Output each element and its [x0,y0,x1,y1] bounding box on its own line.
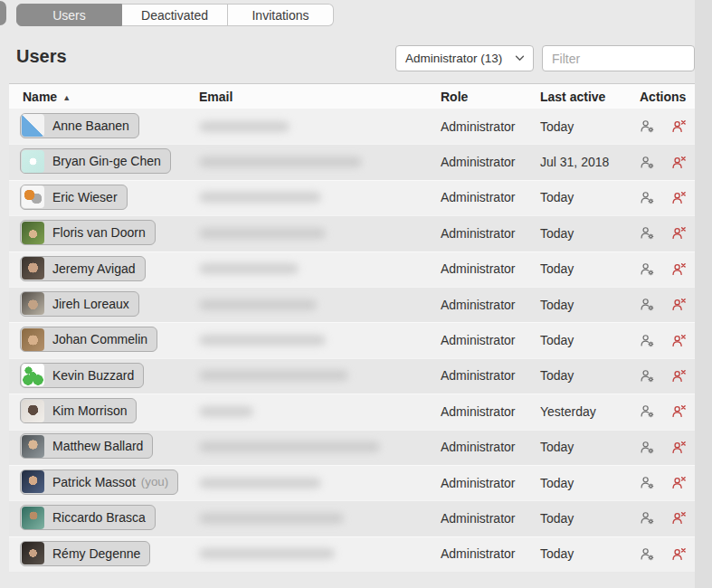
user-x-icon[interactable] [671,333,687,348]
user-gear-icon[interactable] [640,297,655,312]
actions-cell [630,440,695,455]
user-chip[interactable]: Eric Wieser [20,185,128,210]
user-name: Rémy Degenne [52,546,149,561]
email-redacted [199,335,326,346]
email-redacted [199,263,299,274]
name-cell: Kevin Buzzard [9,363,197,390]
name-cell: Patrick Massot (you) [9,469,197,497]
last-active-cell: Yesterday [531,404,630,419]
user-gear-icon[interactable] [640,261,655,277]
user-gear-icon[interactable] [640,155,655,170]
email-redacted [199,156,362,167]
actions-cell [630,510,695,526]
user-x-icon[interactable] [671,368,687,384]
user-chip[interactable]: Kevin Buzzard [20,363,144,388]
user-chip[interactable]: Matthew Ballard [20,433,153,459]
role-filter-dropdown[interactable]: Administrator (13) [395,45,534,71]
actions-cell [630,190,695,205]
user-gear-icon[interactable] [640,225,655,241]
user-name: Jeremy Avigad [52,261,145,276]
table-body: Anne Baanen Administrator Today [9,109,695,572]
user-chip[interactable]: Anne Baanen [20,113,139,138]
email-cell [197,263,432,274]
user-chip[interactable]: Floris van Doorn [20,220,156,245]
user-x-icon[interactable] [671,403,687,419]
table-row: Patrick Massot (you) Administrator Today [9,465,695,500]
tab-invitations[interactable]: Invitations [228,4,334,26]
tab-deactivated[interactable]: Deactivated [122,4,228,26]
user-x-icon[interactable] [671,297,687,312]
email-redacted [199,513,344,524]
role-filter-selected: Administrator (13) [405,52,502,65]
filter-input[interactable] [542,45,695,71]
user-chip[interactable]: Rémy Degenne [20,541,150,566]
user-x-icon[interactable] [671,155,687,170]
column-header-role[interactable]: Role [432,90,531,104]
user-x-icon[interactable] [671,225,687,241]
table-header-row: Name▲ Email Role Last active Actions [9,83,695,109]
name-cell: Jireh Loreaux [9,291,197,318]
user-chip[interactable]: Johan Commelin [20,327,157,352]
user-gear-icon[interactable] [640,510,655,526]
role-cell: Administrator [432,190,531,204]
user-x-icon[interactable] [671,261,687,277]
user-chip[interactable]: Riccardo Brasca [20,505,156,530]
email-cell [197,513,432,524]
user-chip[interactable]: Bryan Gin-ge Chen [20,148,171,174]
email-cell [197,121,432,132]
email-redacted [199,478,321,488]
column-header-email[interactable]: Email [197,90,432,104]
role-cell: Administrator [432,261,531,276]
actions-cell [630,475,695,490]
table-row: Kim Morrison Administrator Yesterday [9,394,695,429]
last-active-cell: Today [531,368,630,383]
user-x-icon[interactable] [671,190,687,205]
tab-switcher: Users Deactivated Invitations [16,4,334,26]
you-label: (you) [141,475,168,488]
user-chip[interactable]: Jireh Loreaux [20,291,139,317]
user-chip[interactable]: Jeremy Avigad [20,256,146,281]
user-gear-icon[interactable] [640,403,655,419]
column-header-last-active[interactable]: Last active [531,90,630,104]
actions-cell [630,333,695,348]
user-gear-icon[interactable] [640,475,655,490]
email-redacted [199,406,253,417]
table-row: Eric Wieser Administrator Today [9,180,695,215]
user-x-icon[interactable] [671,475,687,490]
user-chip[interactable]: Patrick Massot (you) [20,469,178,495]
email-redacted [199,192,321,203]
user-chip[interactable]: Kim Morrison [20,398,137,423]
user-x-icon[interactable] [671,119,687,134]
actions-cell [630,261,695,277]
user-name: Kevin Buzzard [52,368,143,383]
user-gear-icon[interactable] [640,333,655,348]
actions-cell [630,403,695,419]
avatar [22,470,44,493]
user-gear-icon[interactable] [640,546,655,562]
user-gear-icon[interactable] [640,440,655,455]
name-cell: Anne Baanen [9,113,197,140]
table-row: Matthew Ballard Administrator Today [9,430,695,465]
actions-cell [630,297,695,312]
user-x-icon[interactable] [671,546,687,562]
name-cell: Floris van Doorn [9,220,197,247]
sidebar-edge-fragment [0,1,6,25]
avatar [22,114,44,137]
tab-users[interactable]: Users [16,4,122,26]
email-cell [197,406,432,417]
last-active-cell: Today [531,511,630,526]
name-cell: Rémy Degenne [9,541,197,568]
role-cell: Administrator [432,511,531,526]
user-gear-icon[interactable] [640,119,655,134]
avatar [22,400,44,422]
users-table: Name▲ Email Role Last active Actions Ann… [9,83,695,572]
user-x-icon[interactable] [671,510,687,526]
column-header-name[interactable]: Name▲ [9,90,197,104]
user-gear-icon[interactable] [640,368,655,384]
email-cell [197,370,432,381]
user-x-icon[interactable] [671,440,687,455]
role-cell: Administrator [432,119,531,134]
role-cell: Administrator [432,298,531,312]
user-gear-icon[interactable] [640,190,655,205]
avatar [22,328,44,351]
